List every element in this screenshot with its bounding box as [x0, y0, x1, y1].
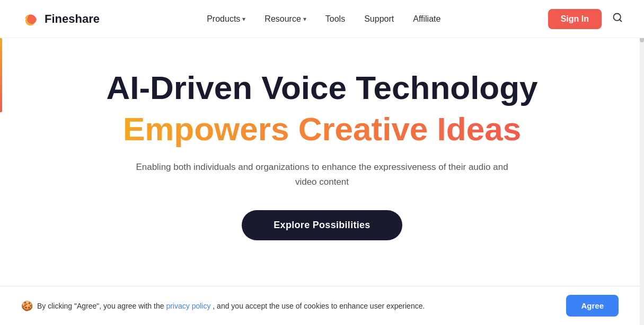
logo[interactable]: Fineshare	[21, 10, 100, 29]
nav-links: Products ▾ Resource ▾ Tools Support Affi…	[207, 14, 440, 24]
cookie-text: 🍪 By clicking "Agree", you agree with th…	[21, 300, 555, 312]
search-button[interactable]	[612, 12, 623, 25]
hero-title-line2: Empowers Creative Ideas	[123, 111, 521, 147]
logo-icon	[21, 10, 40, 29]
nav-item-affiliate[interactable]: Affiliate	[413, 14, 440, 24]
svg-line-2	[620, 20, 622, 22]
search-icon	[612, 12, 623, 23]
cookie-banner: 🍪 By clicking "Agree", you agree with th…	[0, 286, 640, 325]
chevron-down-icon: ▾	[242, 15, 245, 23]
nav-right: Sign In	[548, 9, 623, 29]
cookie-emoji: 🍪	[21, 300, 33, 312]
scrollbar[interactable]	[640, 0, 644, 325]
nav-link-resource[interactable]: Resource ▾	[264, 14, 306, 24]
hero-title-line1: AI-Driven Voice Technology	[106, 70, 537, 106]
nav-item-products[interactable]: Products ▾	[207, 14, 245, 24]
nav-link-tools[interactable]: Tools	[325, 14, 345, 24]
nav-item-support[interactable]: Support	[364, 14, 394, 24]
chevron-down-icon: ▾	[303, 15, 306, 23]
privacy-policy-link[interactable]: privacy policy	[166, 302, 210, 310]
nav-link-support[interactable]: Support	[364, 14, 394, 24]
explore-button[interactable]: Explore Possibilities	[242, 210, 402, 240]
agree-button[interactable]: Agree	[566, 295, 619, 317]
nav-link-affiliate[interactable]: Affiliate	[413, 14, 440, 24]
signin-button[interactable]: Sign In	[548, 9, 602, 29]
nav-item-resource[interactable]: Resource ▾	[264, 14, 306, 24]
nav-item-tools[interactable]: Tools	[325, 14, 345, 24]
hero-subtitle: Enabling both individuals and organizati…	[131, 160, 513, 188]
nav-link-products[interactable]: Products ▾	[207, 14, 245, 24]
cookie-message: By clicking "Agree", you agree with the …	[37, 302, 425, 310]
logo-text: Fineshare	[45, 12, 100, 26]
hero-section: AI-Driven Voice Technology Empowers Crea…	[0, 38, 644, 261]
navbar: Fineshare Products ▾ Resource ▾ Tools Su…	[0, 0, 644, 38]
